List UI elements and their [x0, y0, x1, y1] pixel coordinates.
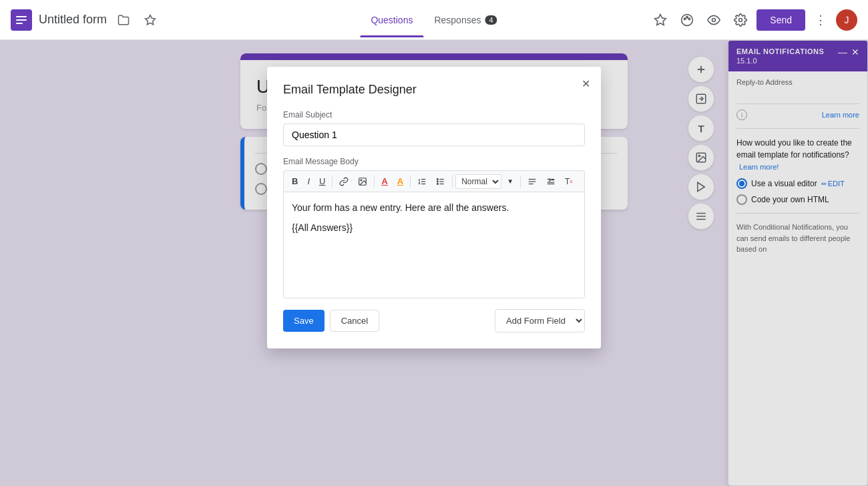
align-icon [527, 177, 537, 186]
tab-questions[interactable]: Questions [360, 3, 423, 37]
font-color-btn[interactable]: A [377, 174, 391, 189]
tab-responses[interactable]: Responses 4 [423, 3, 507, 37]
link-btn[interactable] [335, 174, 353, 189]
toolbar-sep-5 [520, 176, 521, 188]
save-button[interactable]: Save [283, 310, 324, 332]
ordered-list-icon [417, 177, 427, 186]
image-toolbar-btn[interactable] [354, 174, 371, 189]
toolbar-sep-2 [374, 176, 375, 188]
image-toolbar-icon [358, 177, 367, 186]
rich-text-toolbar: B I U [283, 170, 585, 192]
google-forms-icon [11, 9, 32, 31]
align-btn[interactable] [523, 174, 541, 189]
form-area: Untitled form Fo... Option 1 Option 2 [0, 40, 868, 486]
email-body-editor[interactable]: Your form has a new entry. Here are all … [283, 192, 585, 298]
star-icon-btn[interactable] [140, 10, 160, 30]
svg-point-11 [739, 18, 742, 21]
preview-btn[interactable] [703, 9, 724, 31]
indent-btn[interactable] [542, 174, 560, 189]
font-size-arrow[interactable]: ▼ [503, 175, 517, 188]
body-line-2: {{All Answers}} [292, 220, 576, 235]
toolbar-sep-4 [452, 176, 453, 188]
palette-star-icon [654, 13, 667, 27]
header: Untitled form Questions Responses 4 [0, 0, 868, 40]
svg-marker-5 [655, 14, 666, 25]
palette-btn[interactable] [676, 9, 698, 31]
underline-btn[interactable]: U [315, 174, 329, 189]
modal-overlay: ✕ Email Template Designer Email Subject … [0, 40, 868, 486]
font-bg-btn[interactable]: A [393, 174, 407, 189]
body-line-1: Your form has a new entry. Here are all … [292, 200, 576, 215]
svg-rect-2 [16, 19, 27, 21]
modal-footer: Save Cancel Add Form Field [283, 309, 585, 332]
modal-footer-actions: Save Cancel [283, 310, 379, 332]
unordered-list-btn[interactable] [432, 174, 449, 189]
modal-title: Email Template Designer [283, 83, 585, 97]
svg-rect-3 [16, 23, 23, 24]
folder-icon [118, 14, 130, 26]
folder-icon-btn[interactable] [114, 10, 134, 30]
clear-format-btn[interactable]: Tx [561, 174, 576, 189]
svg-point-10 [712, 18, 716, 21]
page-title: Untitled form [39, 13, 107, 27]
email-template-modal: ✕ Email Template Designer Email Subject … [267, 67, 601, 348]
header-left: Untitled form [11, 9, 650, 31]
svg-point-9 [688, 18, 690, 19]
svg-marker-4 [146, 15, 156, 24]
cancel-button[interactable]: Cancel [330, 310, 379, 332]
settings-icon [734, 13, 747, 27]
more-icon: ⋮ [815, 13, 827, 27]
svg-point-7 [684, 18, 686, 19]
unordered-list-icon [436, 177, 445, 186]
email-subject-label: Email Subject [283, 110, 585, 119]
ordered-list-btn[interactable] [413, 174, 431, 189]
toolbar-sep-1 [332, 176, 333, 188]
settings-btn[interactable] [730, 9, 751, 31]
svg-point-31 [437, 181, 439, 182]
svg-rect-1 [16, 16, 27, 17]
email-body-label: Email Message Body [283, 157, 585, 166]
indent-icon [546, 177, 556, 186]
preview-icon [707, 13, 720, 27]
email-subject-input[interactable] [283, 124, 585, 146]
palette-icon [680, 13, 694, 27]
more-options-btn[interactable]: ⋮ [811, 9, 831, 31]
header-right: Send ⋮ J [650, 9, 857, 31]
send-button[interactable]: Send [756, 9, 805, 31]
italic-btn[interactable]: I [303, 174, 314, 189]
avatar[interactable]: J [836, 9, 857, 31]
svg-point-8 [686, 16, 688, 18]
svg-point-30 [437, 178, 439, 180]
svg-point-23 [361, 180, 362, 181]
toolbar-sep-3 [410, 176, 411, 188]
link-icon [339, 177, 349, 186]
star-toolbar-btn[interactable] [650, 9, 671, 31]
modal-close-btn[interactable]: ✕ [579, 75, 593, 93]
font-size-select[interactable]: Normal [455, 174, 501, 189]
add-form-field-select[interactable]: Add Form Field [495, 309, 585, 332]
main-content: Untitled form Fo... Option 1 Option 2 [0, 40, 868, 486]
responses-badge: 4 [485, 15, 497, 25]
tab-bar: Questions Responses 4 [360, 3, 507, 37]
svg-point-32 [437, 183, 439, 184]
bold-btn[interactable]: B [288, 174, 302, 189]
star-icon [144, 14, 156, 26]
